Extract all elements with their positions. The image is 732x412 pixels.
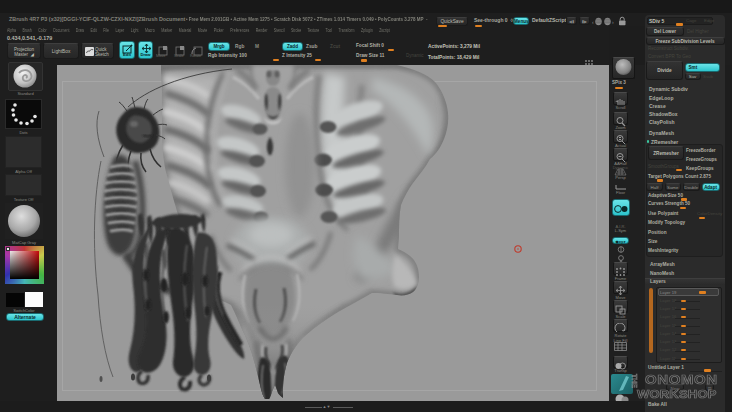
svg-text:›: › [612,19,614,25]
svg-text:‹: ‹ [592,19,594,25]
